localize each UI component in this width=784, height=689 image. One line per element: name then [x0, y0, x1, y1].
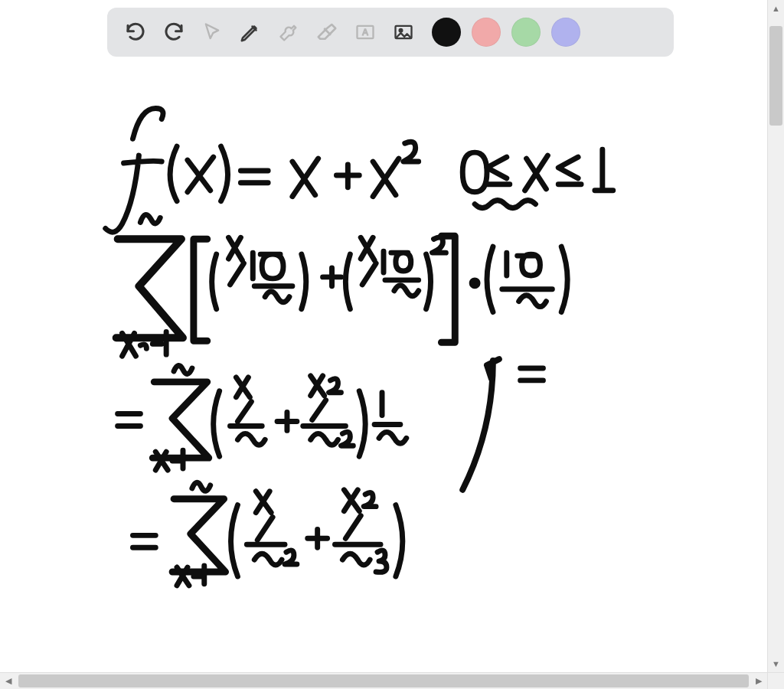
- chevron-right-icon: ▶: [756, 676, 762, 686]
- pen-icon: [239, 21, 262, 44]
- wrench-icon: [278, 21, 299, 43]
- color-black[interactable]: [432, 18, 461, 47]
- svg-point-3: [472, 280, 478, 286]
- scroll-down-button[interactable]: ▼: [768, 655, 784, 672]
- undo-icon: [124, 21, 147, 44]
- cursor-icon: [201, 21, 223, 43]
- redo-icon: [162, 21, 185, 44]
- handwriting-svg: [0, 64, 767, 672]
- scroll-up-button[interactable]: ▲: [768, 0, 784, 17]
- color-green[interactable]: [511, 18, 541, 47]
- app-viewport: Undo Redo Select Pen Tools Eraser: [0, 0, 784, 689]
- chevron-left-icon: ◀: [5, 676, 11, 686]
- whiteboard-canvas[interactable]: f(x) = x + x^2 0 ≤ x ≤ 1 Σ_{k=1}^{n} [ (…: [0, 64, 767, 672]
- chevron-down-icon: ▼: [772, 659, 780, 668]
- vertical-scroll-thumb[interactable]: [769, 26, 782, 126]
- svg-point-2: [400, 29, 403, 32]
- image-button[interactable]: Insert image: [386, 15, 421, 50]
- scroll-corner: [767, 672, 784, 689]
- color-purple[interactable]: [551, 18, 580, 47]
- vertical-scrollbar[interactable]: ▲ ▼: [767, 0, 784, 672]
- scroll-right-button[interactable]: ▶: [750, 673, 767, 689]
- horizontal-scroll-track[interactable]: [17, 673, 750, 689]
- eraser-button[interactable]: Eraser: [309, 15, 345, 50]
- horizontal-scrollbar[interactable]: ◀ ▶: [0, 672, 767, 689]
- vertical-scroll-track[interactable]: [768, 17, 784, 655]
- redo-button[interactable]: Redo: [156, 15, 191, 50]
- image-icon: [393, 21, 414, 43]
- pen-button[interactable]: Pen: [233, 15, 268, 50]
- pointer-button[interactable]: Select: [194, 15, 230, 50]
- eraser-icon: [315, 21, 338, 44]
- color-pink[interactable]: [472, 18, 501, 47]
- whiteboard-toolbar: Undo Redo Select Pen Tools Eraser: [107, 8, 674, 57]
- text-box-icon: [354, 21, 376, 43]
- tools-button[interactable]: Tools: [271, 15, 306, 50]
- chevron-up-icon: ▲: [772, 4, 780, 13]
- horizontal-scroll-thumb[interactable]: [18, 674, 749, 687]
- textbox-button[interactable]: Text: [348, 15, 383, 50]
- undo-button[interactable]: Undo: [118, 15, 153, 50]
- scroll-left-button[interactable]: ◀: [0, 673, 17, 689]
- content-area: Undo Redo Select Pen Tools Eraser: [0, 0, 767, 672]
